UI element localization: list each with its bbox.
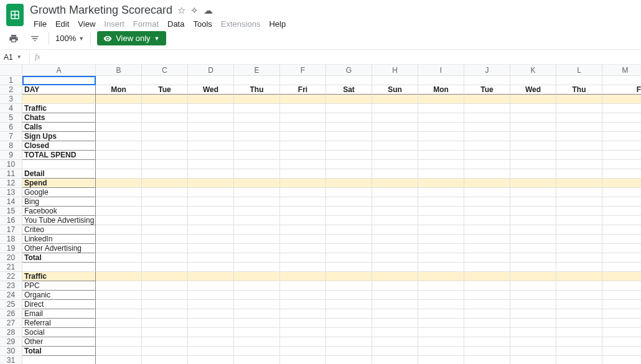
- cell[interactable]: [464, 319, 510, 328]
- cell[interactable]: [142, 244, 188, 253]
- cell[interactable]: [556, 197, 602, 207]
- cell[interactable]: [142, 188, 188, 197]
- cell[interactable]: [326, 113, 372, 123]
- cell[interactable]: [372, 291, 418, 300]
- cell[interactable]: [464, 207, 510, 216]
- name-box[interactable]: A1 ▼: [0, 50, 30, 64]
- cell[interactable]: [602, 225, 641, 235]
- cell[interactable]: [142, 309, 188, 319]
- cell[interactable]: [234, 337, 280, 347]
- row-header[interactable]: 16: [0, 216, 22, 225]
- cell[interactable]: Tue: [142, 85, 188, 95]
- cell[interactable]: [464, 347, 510, 356]
- cell[interactable]: [188, 347, 234, 356]
- cell[interactable]: [188, 300, 234, 309]
- row-header[interactable]: 10: [0, 160, 22, 169]
- row-header[interactable]: 8: [0, 141, 22, 151]
- cell[interactable]: [234, 356, 280, 364]
- cell[interactable]: [556, 123, 602, 132]
- column-header[interactable]: E: [234, 65, 280, 76]
- cell[interactable]: [464, 356, 510, 364]
- cell[interactable]: [418, 337, 464, 347]
- cell[interactable]: Sign Ups: [22, 132, 96, 141]
- cell[interactable]: [510, 272, 556, 281]
- cell[interactable]: [280, 244, 326, 253]
- cell[interactable]: [556, 225, 602, 235]
- cell[interactable]: You Tube Advertising: [22, 216, 96, 225]
- formula-bar[interactable]: [45, 50, 641, 64]
- cell[interactable]: [326, 263, 372, 272]
- cell[interactable]: Wed: [188, 85, 234, 95]
- cell[interactable]: [142, 197, 188, 207]
- cell[interactable]: [602, 207, 641, 216]
- cell[interactable]: [188, 216, 234, 225]
- cell[interactable]: Thu: [234, 85, 280, 95]
- cell[interactable]: [556, 253, 602, 263]
- column-header[interactable]: F: [280, 65, 326, 76]
- cell[interactable]: [142, 337, 188, 347]
- cell[interactable]: [280, 272, 326, 281]
- cell[interactable]: [510, 151, 556, 160]
- cell[interactable]: [418, 104, 464, 113]
- cell[interactable]: [22, 263, 96, 272]
- cell[interactable]: [234, 151, 280, 160]
- cell[interactable]: Referral: [22, 319, 96, 328]
- cell[interactable]: [234, 160, 280, 169]
- cell[interactable]: [372, 272, 418, 281]
- cell[interactable]: [142, 160, 188, 169]
- cell[interactable]: [602, 319, 641, 328]
- cell[interactable]: [418, 300, 464, 309]
- cell[interactable]: [234, 281, 280, 291]
- cell[interactable]: [326, 207, 372, 216]
- cell[interactable]: [188, 207, 234, 216]
- cell[interactable]: DAY: [22, 85, 96, 95]
- cell[interactable]: [234, 104, 280, 113]
- row-header[interactable]: 5: [0, 113, 22, 123]
- cell[interactable]: [556, 151, 602, 160]
- cell[interactable]: Total: [22, 253, 96, 263]
- cell[interactable]: [188, 328, 234, 337]
- cell[interactable]: [326, 319, 372, 328]
- cell[interactable]: [280, 291, 326, 300]
- cell[interactable]: [602, 123, 641, 132]
- cell[interactable]: Total: [22, 347, 96, 356]
- cell[interactable]: [556, 300, 602, 309]
- cell[interactable]: [602, 263, 641, 272]
- cell[interactable]: [464, 291, 510, 300]
- cell[interactable]: [372, 319, 418, 328]
- cell[interactable]: [510, 132, 556, 141]
- row-header[interactable]: 19: [0, 244, 22, 253]
- cell[interactable]: [234, 113, 280, 123]
- column-header[interactable]: K: [510, 65, 556, 76]
- cell[interactable]: [188, 244, 234, 253]
- cell[interactable]: [464, 188, 510, 197]
- cell[interactable]: [418, 123, 464, 132]
- cell[interactable]: [234, 207, 280, 216]
- cell[interactable]: [188, 319, 234, 328]
- cell[interactable]: [234, 319, 280, 328]
- cell[interactable]: [96, 95, 142, 104]
- cell[interactable]: [602, 235, 641, 244]
- cell[interactable]: [142, 272, 188, 281]
- cell[interactable]: [510, 328, 556, 337]
- cell[interactable]: Detail: [22, 169, 96, 179]
- cell[interactable]: [372, 207, 418, 216]
- cell[interactable]: LinkedIn: [22, 235, 96, 244]
- cell[interactable]: [464, 253, 510, 263]
- cell[interactable]: [372, 347, 418, 356]
- cell[interactable]: [96, 347, 142, 356]
- cell[interactable]: [418, 225, 464, 235]
- cell[interactable]: [602, 169, 641, 179]
- cell[interactable]: [326, 244, 372, 253]
- cell[interactable]: [372, 132, 418, 141]
- cell[interactable]: [96, 225, 142, 235]
- cell[interactable]: [326, 356, 372, 364]
- cell[interactable]: [280, 132, 326, 141]
- cell[interactable]: [188, 197, 234, 207]
- cell[interactable]: [280, 123, 326, 132]
- cell[interactable]: [602, 291, 641, 300]
- cell[interactable]: [188, 151, 234, 160]
- row-header[interactable]: 18: [0, 235, 22, 244]
- cell[interactable]: [326, 197, 372, 207]
- cell[interactable]: [326, 337, 372, 347]
